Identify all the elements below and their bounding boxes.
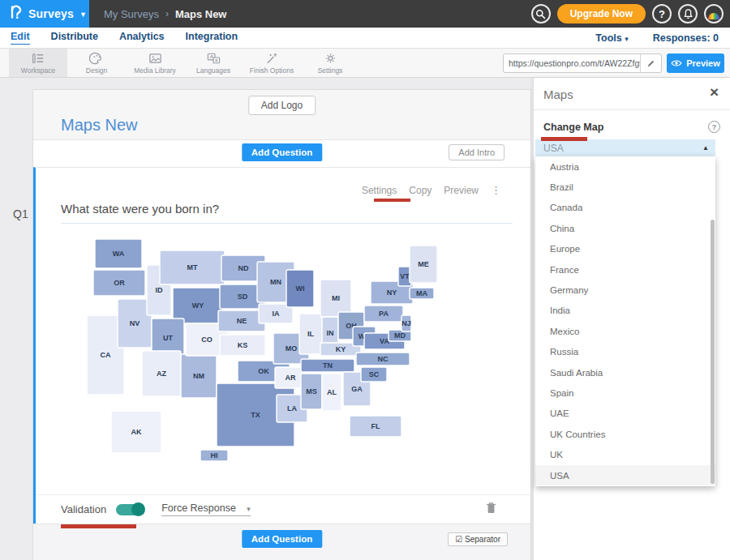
map-state-al[interactable]: AL [322,374,341,411]
add-question-button-bottom[interactable]: Add Question [242,530,322,548]
map-option-canada[interactable]: Canada [535,198,715,218]
validation-option-dropdown[interactable]: Force Response ▾ [161,502,251,516]
map-state-ne[interactable]: NE [218,310,265,331]
add-logo-button[interactable]: Add Logo [248,96,316,115]
help-circle-icon[interactable]: ? [708,121,720,133]
map-state-il[interactable]: IL [299,314,322,354]
toolbar-tab-settings[interactable]: Settings [301,49,359,77]
map-option-germany[interactable]: Germany [535,280,715,300]
map-state-ks[interactable]: KS [220,335,265,356]
map-option-uae[interactable]: UAE [535,404,715,424]
separator-label: Separator [465,535,500,544]
map-option-austria[interactable]: Austria [535,156,715,177]
toolbar-tab-design[interactable]: Design [67,49,126,77]
nav-items: EditDistributeAnalyticsIntegration [0,31,238,45]
map-state-nm[interactable]: NM [181,354,217,398]
svg-text:IA: IA [273,310,281,318]
map-option-mexico[interactable]: Mexico [535,321,715,341]
nav-item-integration[interactable]: Integration [186,31,238,45]
dropdown-scrollbar[interactable] [711,220,715,484]
map-state-sc[interactable]: SC [361,367,387,382]
survey-header-section: Add Logo Maps New [33,90,530,140]
question-card: SettingsCopyPreview⋮ What state were you… [33,167,530,524]
close-icon[interactable]: × [710,84,719,100]
map-state-pa[interactable]: PA [364,306,403,322]
map-state-mi[interactable]: MI [320,280,351,317]
map-option-russia[interactable]: Russia [535,342,715,362]
map-option-spain[interactable]: Spain [535,383,715,403]
map-state-az[interactable]: AZ [142,351,181,396]
map-state-fl[interactable]: FL [350,416,402,437]
add-intro-button[interactable]: Add Intro [449,144,505,160]
map-select[interactable]: USA ▲ [535,139,715,156]
toolbar-tab-media-library[interactable]: Media Library [126,49,184,77]
map-state-wi[interactable]: WI [286,270,314,307]
map-state-tn[interactable]: TN [301,359,354,372]
svg-text:UT: UT [163,334,173,342]
account-avatar[interactable] [704,4,724,24]
svg-text:OK: OK [258,367,269,375]
nav-item-distribute[interactable]: Distribute [51,31,98,45]
toolbar-tab-finish-options[interactable]: Finish Options [243,49,301,77]
map-state-nc[interactable]: NC [356,353,410,365]
map-state-nj[interactable]: NJ [402,315,411,331]
upgrade-now-button[interactable]: Upgrade Now [557,4,646,24]
survey-url-field[interactable]: https://questionpro.com/t/AW22Zfgtv [503,53,662,73]
toolbar-tab-workspace[interactable]: Workspace [9,49,67,77]
map-option-uk-countries[interactable]: UK Countries [535,424,715,444]
preview-button[interactable]: Preview [667,53,724,73]
next-section-row: Add Question ☑ Separator [33,524,530,560]
question-more-menu-icon[interactable]: ⋮ [491,184,501,196]
map-option-india[interactable]: India [535,301,715,321]
search-button[interactable] [531,4,551,24]
svg-text:ME: ME [418,260,429,268]
separator-button[interactable]: ☑ Separator [448,532,508,546]
add-question-button-top[interactable]: Add Question [242,143,322,161]
edit-url-button[interactable] [640,54,661,72]
map-state-ms[interactable]: MS [301,374,322,409]
product-switcher[interactable]: Surveys ▼ [0,0,89,28]
map-option-uk[interactable]: UK [535,444,715,464]
responses-count[interactable]: Responses: 0 [653,32,719,44]
question-text[interactable]: What state were you born in? [61,202,219,216]
map-state-wa[interactable]: WA [95,239,142,268]
nav-item-analytics[interactable]: Analytics [119,31,165,45]
delete-question-button[interactable] [486,502,496,517]
pencil-icon [646,59,655,68]
svg-text:ID: ID [156,286,164,294]
validation-toggle[interactable] [116,504,144,515]
map-option-usa[interactable]: USA [535,465,715,485]
survey-title[interactable]: Maps New [61,116,137,135]
usa-map[interactable]: WAORCANVIDMTWYUTAZNMCONDSDNEKSOKTXMNIAMO… [82,237,455,482]
map-state-ak[interactable]: AK [111,411,161,453]
chevron-down-icon: ▾ [247,505,251,513]
svg-text:CA: CA [101,351,111,359]
help-button[interactable]: ? [652,4,672,24]
validation-label: Validation [61,503,106,515]
map-option-france[interactable]: France [535,259,715,280]
map-state-or[interactable]: OR [93,270,145,296]
svg-text:WI: WI [296,284,305,293]
toolbar-tab-languages[interactable]: AaLanguages [184,49,243,77]
map-state-ma[interactable]: MA [410,288,434,299]
editor-toolbar: WorkspaceDesignMedia LibraryAaLanguagesF… [0,49,730,78]
map-state-me[interactable]: ME [410,246,437,283]
question-action-copy[interactable]: Copy [409,185,432,196]
annotation-underline-change-map [541,137,587,141]
svg-text:WY: WY [192,301,204,310]
change-map-row: Change Map ? [534,110,730,139]
notifications-button[interactable] [678,4,698,24]
map-state-hi[interactable]: HI [200,450,228,461]
breadcrumb-parent[interactable]: My Surveys [104,8,159,20]
map-option-europe[interactable]: Europe [535,239,715,259]
map-option-saudi-arabia[interactable]: Saudi Arabia [535,362,715,383]
map-option-china[interactable]: China [535,218,715,238]
question-action-settings[interactable]: Settings [362,185,397,196]
question-action-preview[interactable]: Preview [444,185,479,196]
nav-item-edit[interactable]: Edit [11,31,30,45]
map-state-mt[interactable]: MT [160,250,225,284]
tools-menu[interactable]: Tools ▾ [595,32,628,44]
map-option-brazil[interactable]: Brazil [535,177,715,197]
survey-url[interactable]: https://questionpro.com/t/AW22Zfgtv [504,58,640,68]
question-actions: SettingsCopyPreview⋮ [362,184,501,196]
